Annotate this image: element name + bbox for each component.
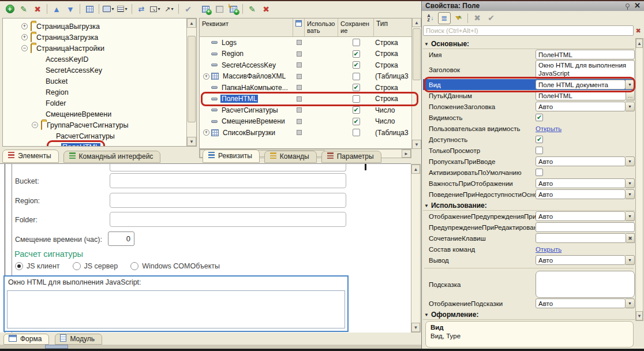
property-dropdown-value[interactable]: Поле HTML документа — [536, 80, 626, 89]
partial-input[interactable] — [110, 164, 346, 171]
property-input[interactable]: ПолеHTML — [536, 50, 635, 59]
attribute-row[interactable]: +ПапкаНаКомпьюте...✔Строка — [200, 82, 421, 94]
property-input[interactable]: ПолеHTML — [536, 91, 626, 100]
property-row[interactable]: Видимость✔ — [423, 112, 635, 123]
clear-x-icon[interactable]: ✖ — [471, 12, 484, 24]
attribute-row[interactable]: +РасчетСигнатуры✔Число — [200, 104, 421, 116]
property-dropdown-value[interactable]: Авто — [536, 298, 626, 308]
add-row-icon[interactable]: + — [199, 3, 212, 15]
radio-option[interactable]: JS клиент — [15, 262, 60, 270]
property-row[interactable]: ВидПоле HTML документа▼ — [423, 79, 635, 90]
dropdown-arrow-icon[interactable]: ▼ — [626, 178, 635, 188]
property-checkbox[interactable] — [536, 169, 543, 176]
tree-item[interactable]: −ГруппаРасчетСигнатуры — [3, 120, 186, 130]
save-checkbox[interactable] — [353, 129, 360, 136]
attribute-row[interactable]: +Region✔Строка — [200, 48, 421, 60]
tree-item[interactable]: −СмещениеВремени — [3, 109, 186, 120]
radio-option[interactable]: Windows COMОбъекты — [130, 262, 220, 270]
move-down-icon[interactable]: ▼ — [64, 3, 77, 15]
scroll-up-icon[interactable]: ▲ — [636, 39, 643, 48]
apply-check-icon[interactable]: ✔ — [485, 12, 497, 24]
attribute-row[interactable]: +ПолеHTMLСтрока — [200, 94, 421, 105]
attribute-row[interactable]: +SecretAccessKey✔Строка — [200, 59, 421, 71]
save-checkbox[interactable] — [353, 95, 360, 103]
scroll-down-icon[interactable]: ▼ — [636, 311, 643, 320]
scroll-up-icon[interactable]: ▲ — [412, 18, 421, 27]
property-row[interactable]: Доступность✔ — [423, 134, 635, 145]
edit-icon[interactable]: ✎ — [246, 3, 259, 15]
dropdown-arrow-icon[interactable]: ▼ — [626, 255, 635, 265]
scroll-down-icon[interactable]: ▼ — [187, 137, 196, 146]
property-row[interactable]: ИмяПолеHTML — [423, 49, 635, 60]
expand-icon[interactable]: + — [21, 23, 28, 29]
attribute-row[interactable]: +СписокВыгрузки(Таблица3 — [200, 127, 421, 139]
form-field-input[interactable] — [110, 193, 346, 208]
categories-icon[interactable]: ≣ — [438, 12, 451, 24]
tab-stack-yellow[interactable]: Команды — [264, 151, 317, 163]
scroll-thumb[interactable] — [413, 28, 421, 80]
search-input[interactable] — [423, 25, 634, 36]
radio-icon[interactable] — [15, 262, 23, 270]
form-field-input[interactable] — [110, 212, 346, 227]
tree-item[interactable]: −Region — [3, 87, 186, 98]
property-row[interactable]: ТолькоПросмотр — [423, 145, 635, 156]
open-link[interactable]: Открыть — [536, 246, 561, 253]
html-field-area[interactable] — [7, 290, 345, 328]
property-row[interactable]: АктивизироватьПоУмолчанию — [423, 167, 635, 178]
flag-square[interactable] — [297, 62, 302, 68]
property-row[interactable]: ПредупреждениеПриРедактировани — [423, 222, 635, 233]
save-checkbox[interactable]: ✔ — [353, 50, 360, 58]
delete-icon[interactable]: ✖ — [260, 3, 272, 15]
property-dropdown-value[interactable]: Авто — [536, 211, 626, 221]
splitter-grip[interactable] — [365, 164, 366, 170]
column-header[interactable]: Сохранение — [338, 18, 374, 36]
property-row[interactable]: ПоведениеПриНедоступностиОсновАвто▼ — [423, 189, 635, 200]
tree-scrollbar[interactable]: ▲ ▼ — [186, 18, 196, 146]
flag-square[interactable] — [297, 85, 302, 90]
tree-item[interactable]: −Bucket — [3, 76, 186, 87]
property-checkbox[interactable] — [536, 147, 543, 154]
ellipsis-button[interactable]: … — [626, 91, 635, 100]
property-row[interactable]: ПутьКДаннымПолеHTML… — [423, 90, 635, 101]
edit-icon[interactable]: ✎ — [17, 3, 30, 15]
table-vscrollbar[interactable]: ▲ ▼ — [411, 18, 421, 149]
column-header[interactable]: Использовать — [305, 18, 338, 36]
property-row[interactable]: ЗаголовокОкно HTML для выполнения JavaSc… — [423, 60, 635, 79]
property-row[interactable]: ПоложениеЗаголовкаАвто▼ — [423, 101, 635, 112]
flag-square[interactable] — [297, 74, 302, 79]
property-row[interactable]: ВыводАвто▼ — [423, 255, 635, 266]
close-icon[interactable]: ✕ — [634, 1, 641, 10]
form-field-input[interactable] — [110, 173, 346, 188]
scroll-down-icon[interactable]: ▼ — [411, 323, 420, 332]
section-header[interactable]: ▼Основные: — [423, 39, 635, 49]
add-table-icon[interactable] — [213, 3, 226, 15]
flag-square[interactable] — [297, 130, 302, 135]
tab-form-window[interactable]: Форма — [3, 334, 49, 345]
add-icon[interactable]: + — [3, 3, 16, 15]
column-header[interactable]: Реквизит — [200, 18, 293, 36]
tab-stack-blue[interactable]: Реквизиты — [203, 150, 260, 163]
scale-dd-icon[interactable]: ↗▾ — [163, 3, 175, 15]
clear-button[interactable]: ✖ — [626, 233, 635, 243]
property-checkbox[interactable]: ✔ — [536, 114, 543, 121]
resize-dd-icon[interactable]: ↘▾ — [149, 3, 162, 15]
property-input[interactable] — [536, 222, 635, 232]
tree-item[interactable]: −Folder — [3, 98, 186, 109]
property-dropdown-value[interactable]: Авто — [536, 178, 626, 188]
scroll-right-icon[interactable]: ► — [402, 150, 411, 158]
tree-item[interactable]: −СтраницаНастройки — [3, 43, 186, 54]
property-row[interactable]: СочетаниеКлавиш✖ — [423, 233, 635, 244]
expand-icon[interactable]: − — [32, 122, 38, 128]
tree-item[interactable]: −ПолеHTML — [3, 141, 186, 146]
dropdown-arrow-icon[interactable]: ▼ — [626, 156, 635, 166]
column-header[interactable] — [293, 18, 305, 36]
clear-search-icon[interactable]: ✖ — [634, 27, 643, 35]
save-checkbox[interactable] — [353, 39, 360, 46]
attribute-row[interactable]: +LogsСтрока — [200, 37, 421, 48]
property-input[interactable]: Окно HTML для выполнения JavaScript — [536, 60, 635, 79]
tab-stack-green[interactable]: Командный интерфейс — [63, 151, 161, 163]
tree-item[interactable]: −РасчетСигнатуры — [3, 130, 186, 141]
tree-item[interactable]: +СтраницаВыгрузка — [3, 21, 186, 32]
property-dropdown-value[interactable]: Авто — [536, 156, 626, 166]
tree-item[interactable]: +СтраницаЗагрузка — [3, 32, 186, 43]
